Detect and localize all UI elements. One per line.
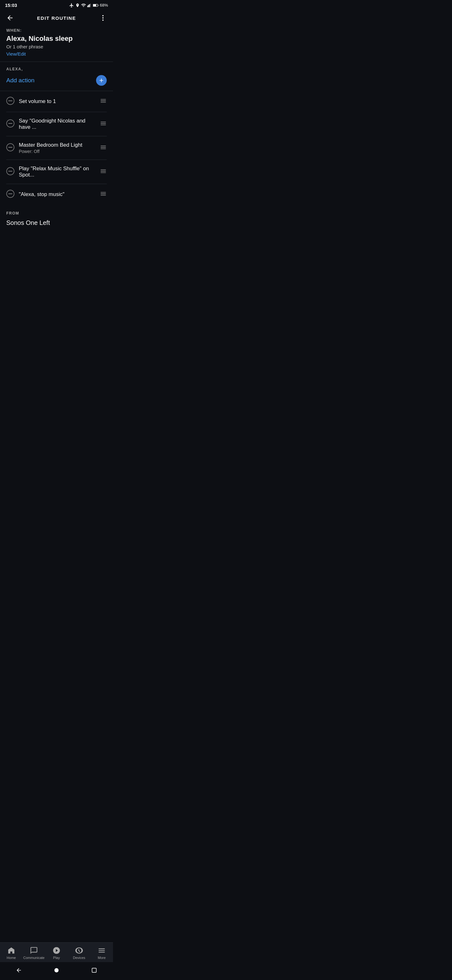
drag-handle-icon [100, 97, 107, 104]
action-text-container: Set volume to 1 [19, 98, 97, 105]
drag-handle-icon [100, 190, 107, 197]
remove-button-2[interactable] [6, 119, 14, 129]
minus-circle-icon [6, 190, 14, 198]
battery-percent: 68% [100, 3, 108, 8]
action-text-container: Master Bedroom Bed Light Power: Off [19, 142, 97, 154]
remove-button-3[interactable] [6, 143, 14, 153]
divider-1 [0, 62, 113, 62]
when-section: WHEN: Alexa, Nicolas sleep Or 1 other ph… [6, 28, 107, 62]
action-item[interactable]: "Alexa, stop music" [6, 184, 107, 205]
wifi-icon [81, 3, 86, 8]
battery-icon [93, 3, 98, 8]
svg-point-8 [102, 17, 103, 19]
drag-handle-icon [100, 168, 107, 175]
svg-rect-1 [88, 5, 89, 7]
action-subtext: Power: Off [19, 149, 97, 154]
svg-rect-13 [8, 123, 13, 124]
back-arrow-icon [6, 14, 14, 22]
back-button[interactable] [5, 13, 15, 23]
action-item[interactable]: Say "Goodnight Nicolas and have ... [6, 112, 107, 136]
drag-handle-5[interactable] [100, 190, 107, 199]
svg-rect-0 [87, 6, 88, 7]
signal-icon [87, 3, 92, 8]
minus-circle-icon [6, 119, 14, 127]
location-icon [75, 3, 80, 8]
action-text: Set volume to 1 [19, 98, 56, 104]
drag-handle-1[interactable] [100, 97, 107, 106]
top-nav: EDIT ROUTINE [0, 10, 113, 27]
action-item[interactable]: Master Bedroom Bed Light Power: Off [6, 136, 107, 159]
bottom-spacer [6, 233, 107, 264]
plus-icon [98, 77, 105, 84]
when-label: WHEN: [6, 28, 107, 33]
action-text: Master Bedroom Bed Light [19, 142, 82, 148]
main-content: WHEN: Alexa, Nicolas sleep Or 1 other ph… [0, 28, 113, 264]
status-time: 15:03 [5, 3, 17, 8]
status-bar: 15:03 68% [0, 0, 113, 10]
add-action-button[interactable] [96, 75, 107, 86]
action-text: Play "Relax Music Shuffle" on Spot... [19, 165, 89, 178]
vertical-dots-icon [99, 14, 107, 22]
remove-button-4[interactable] [6, 167, 14, 177]
remove-button-5[interactable] [6, 190, 14, 199]
drag-handle-icon [100, 144, 107, 151]
alexa-label: ALEXA, [6, 67, 107, 71]
alexa-section: ALEXA, Add action [6, 67, 107, 86]
from-label: FROM [6, 211, 107, 215]
svg-rect-6 [93, 5, 96, 6]
minus-circle-icon [6, 167, 14, 175]
svg-rect-5 [98, 5, 98, 6]
svg-rect-15 [8, 147, 13, 148]
more-options-button[interactable] [98, 13, 108, 23]
svg-rect-3 [90, 3, 91, 7]
action-text: "Alexa, stop music" [19, 191, 64, 197]
svg-point-7 [102, 15, 103, 16]
airplane-icon [69, 3, 74, 8]
svg-point-9 [102, 19, 103, 21]
page-title: EDIT ROUTINE [15, 15, 98, 21]
view-edit-link[interactable]: View/Edit [6, 51, 26, 57]
drag-handle-4[interactable] [100, 168, 107, 176]
trigger-subtitle: Or 1 other phrase [6, 44, 107, 49]
action-text-container: Play "Relax Music Shuffle" on Spot... [19, 165, 97, 178]
add-action-label: Add action [6, 77, 35, 84]
from-device: Sonos One Left [6, 219, 107, 226]
action-text-container: "Alexa, stop music" [19, 191, 97, 197]
minus-circle-icon [6, 143, 14, 151]
action-text: Say "Goodnight Nicolas and have ... [19, 118, 86, 130]
status-icons: 68% [69, 3, 108, 8]
svg-rect-2 [89, 4, 90, 7]
drag-handle-3[interactable] [100, 144, 107, 152]
trigger-title: Alexa, Nicolas sleep [6, 35, 107, 43]
svg-rect-17 [8, 171, 13, 172]
from-section: FROM Sonos One Left [6, 211, 107, 226]
actions-list: Set volume to 1 Say "Goodnight Nicolas a… [6, 91, 107, 205]
action-item[interactable]: Play "Relax Music Shuffle" on Spot... [6, 159, 107, 184]
action-item[interactable]: Set volume to 1 [6, 91, 107, 112]
add-action-row: Add action [6, 75, 107, 86]
svg-rect-19 [8, 194, 13, 194]
add-circle [96, 75, 107, 86]
action-text-container: Say "Goodnight Nicolas and have ... [19, 118, 97, 130]
remove-button-1[interactable] [6, 97, 14, 106]
minus-circle-icon [6, 97, 14, 105]
drag-handle-icon [100, 120, 107, 127]
drag-handle-2[interactable] [100, 120, 107, 129]
svg-rect-11 [8, 100, 13, 101]
